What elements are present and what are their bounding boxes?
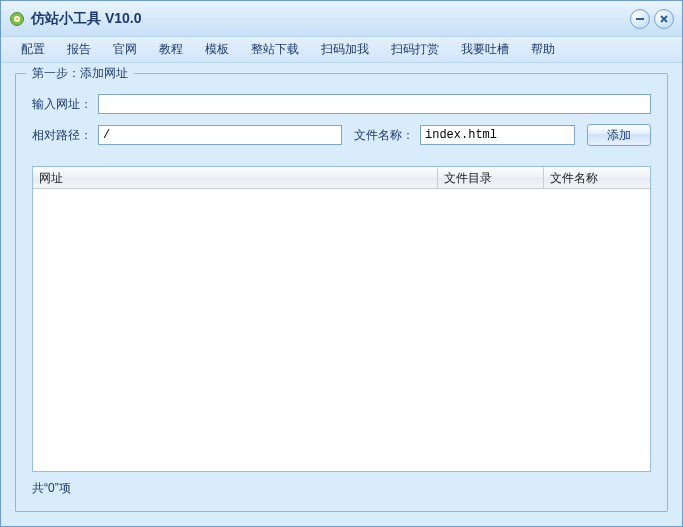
menu-feedback[interactable]: 我要吐槽 [451, 38, 519, 61]
path-input[interactable] [98, 125, 342, 145]
th-dir[interactable]: 文件目录 [438, 167, 544, 188]
menu-template[interactable]: 模板 [195, 38, 239, 61]
title-controls [630, 9, 674, 29]
svg-point-2 [15, 17, 18, 20]
close-button[interactable] [654, 9, 674, 29]
menu-scan-tip[interactable]: 扫码打赏 [381, 38, 449, 61]
window-title: 仿站小工具 V10.0 [31, 10, 141, 28]
app-window: 仿站小工具 V10.0 配置 报告 官网 教程 模板 整站下载 扫码加我 扫码打… [0, 0, 683, 527]
menu-scan-add[interactable]: 扫码加我 [311, 38, 379, 61]
menu-config[interactable]: 配置 [11, 38, 55, 61]
row-url: 输入网址： [32, 94, 651, 114]
row-path: 相对路径： 文件名称： 添加 [32, 124, 651, 146]
path-label: 相对路径： [32, 127, 92, 144]
menu-report[interactable]: 报告 [57, 38, 101, 61]
step1-group: 第一步：添加网址 输入网址： 相对路径： 文件名称： 添加 网址 [15, 73, 668, 512]
menubar: 配置 报告 官网 教程 模板 整站下载 扫码加我 扫码打赏 我要吐槽 帮助 [1, 37, 682, 63]
client-area: 第一步：添加网址 输入网址： 相对路径： 文件名称： 添加 网址 [1, 63, 682, 526]
group-legend: 第一步：添加网址 [26, 65, 134, 82]
url-input[interactable] [98, 94, 651, 114]
table-header: 网址 文件目录 文件名称 [33, 167, 650, 189]
menu-fullsite[interactable]: 整站下载 [241, 38, 309, 61]
app-icon [9, 11, 25, 27]
row-count: 共“0”项 [32, 480, 651, 497]
filename-input[interactable] [420, 125, 575, 145]
fname-label: 文件名称： [354, 127, 414, 144]
titlebar: 仿站小工具 V10.0 [1, 1, 682, 37]
add-button[interactable]: 添加 [587, 124, 651, 146]
th-url[interactable]: 网址 [33, 167, 438, 188]
menu-official[interactable]: 官网 [103, 38, 147, 61]
th-fname[interactable]: 文件名称 [544, 167, 650, 188]
table-body[interactable] [33, 189, 650, 471]
form-rows: 输入网址： 相对路径： 文件名称： 添加 [32, 88, 651, 156]
menu-help[interactable]: 帮助 [521, 38, 565, 61]
menu-tutorial[interactable]: 教程 [149, 38, 193, 61]
minimize-button[interactable] [630, 9, 650, 29]
url-table: 网址 文件目录 文件名称 [32, 166, 651, 472]
url-label: 输入网址： [32, 96, 92, 113]
